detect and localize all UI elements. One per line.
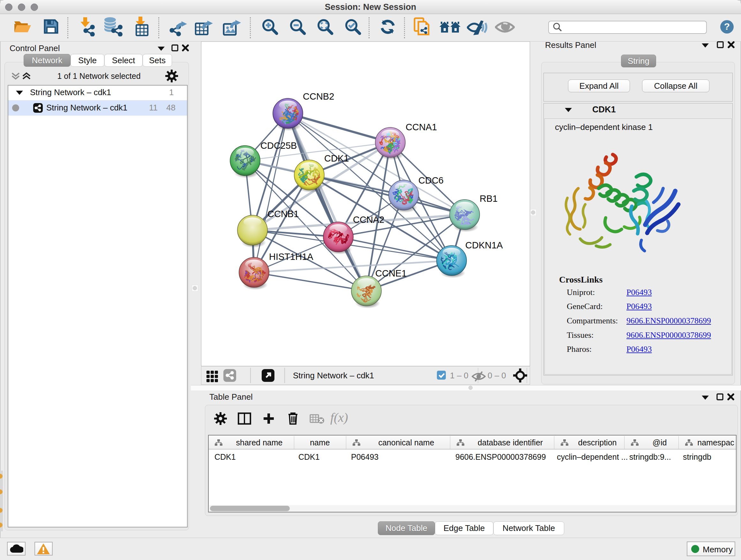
svg-text:CCNE1: CCNE1 <box>375 268 407 278</box>
svg-text:CDKN1A: CDKN1A <box>465 240 503 250</box>
svg-text:?: ? <box>724 21 730 32</box>
svg-text:CDC6: CDC6 <box>418 175 444 186</box>
svg-text:HIST1H1A: HIST1H1A <box>269 252 313 262</box>
svg-text:CDK1: CDK1 <box>324 153 349 164</box>
svg-text:CDC25B: CDC25B <box>260 140 297 151</box>
svg-text:CCNB1: CCNB1 <box>267 209 299 219</box>
svg-text:CCNA1: CCNA1 <box>406 122 437 132</box>
svg-text:CCNA2: CCNA2 <box>353 214 384 225</box>
svg-text:CCNB2: CCNB2 <box>303 91 334 102</box>
svg-text:RB1: RB1 <box>480 193 497 204</box>
